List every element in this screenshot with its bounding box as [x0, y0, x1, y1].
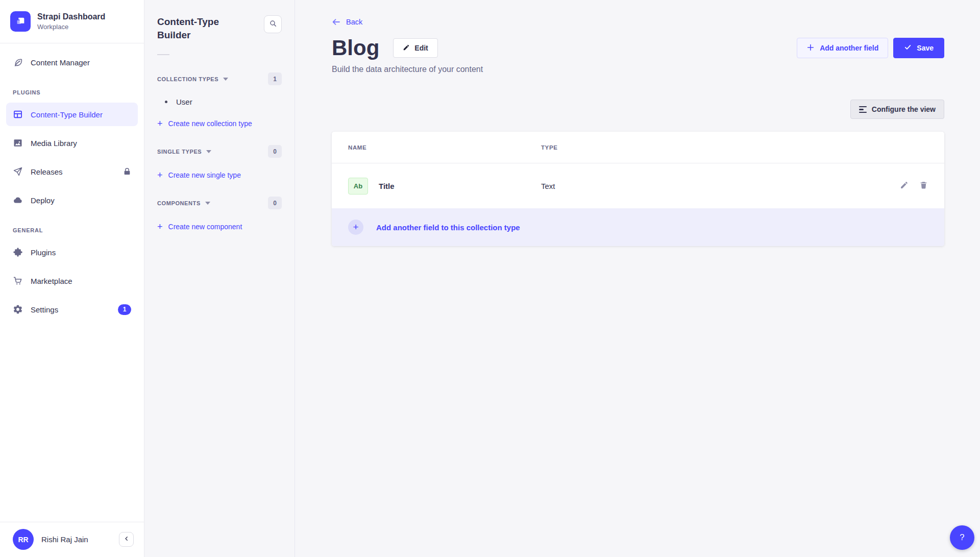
collection-type-item-user[interactable]: User [157, 98, 282, 106]
plus-icon: + [157, 172, 163, 179]
edit-button[interactable]: Edit [393, 38, 437, 58]
brand-subtitle: Workplace [37, 23, 105, 31]
pencil-icon [900, 181, 909, 191]
table-header-type: TYPE [541, 144, 557, 151]
add-another-field-button[interactable]: Add another field [797, 38, 888, 58]
section-components[interactable]: COMPONENTS 0 [157, 197, 282, 209]
brand-text: Strapi Dashboard Workplace [37, 12, 105, 31]
save-button[interactable]: Save [893, 38, 944, 58]
table-header-name: NAME [348, 144, 541, 151]
paper-plane-icon [13, 166, 23, 177]
sidebar-item-label: Content Manager [31, 58, 90, 67]
collapse-sidebar-button[interactable] [119, 532, 134, 547]
add-field-label: Add another field [820, 44, 878, 52]
sidebar-item-deploy[interactable]: Deploy [6, 188, 138, 212]
content-type-builder-panel: Content-Type Builder COLLECTION TYPES 1 … [144, 0, 295, 557]
table-row[interactable]: Ab Title Text [332, 163, 944, 208]
edit-label: Edit [414, 44, 428, 52]
pencil-icon [403, 44, 410, 53]
sidebar-item-label: Settings [31, 305, 58, 314]
search-button[interactable] [264, 15, 282, 33]
lock-icon [123, 167, 131, 176]
bullet-icon [165, 101, 167, 103]
sidebar-user-area: RR Rishi Raj Jain [0, 522, 144, 557]
back-label: Back [346, 18, 362, 26]
sidebar-section-general: GENERAL [13, 227, 131, 233]
app-root: Strapi Dashboard Workplace Content Manag… [0, 0, 980, 557]
settings-notification-badge: 1 [118, 304, 131, 315]
layout-grid-icon [13, 109, 23, 119]
sidebar-item-label: Media Library [31, 139, 77, 148]
search-icon [269, 19, 277, 29]
sidebar-item-label: Releases [31, 167, 63, 176]
save-label: Save [917, 44, 934, 52]
configure-view-button[interactable]: Configure the view [850, 100, 944, 119]
panel-header: Content-Type Builder [157, 15, 282, 42]
panel-title: Content-Type Builder [157, 15, 236, 42]
feather-icon [13, 57, 23, 67]
section-single-types[interactable]: SINGLE TYPES 0 [157, 145, 282, 158]
main-sidebar: Strapi Dashboard Workplace Content Manag… [0, 0, 144, 557]
page-header: Blog Edit Add another field [332, 35, 944, 61]
main-content: Back Blog Edit Add [295, 0, 980, 557]
section-count-badge: 0 [268, 145, 282, 158]
gear-icon [13, 304, 23, 314]
chevron-left-icon [124, 536, 130, 543]
sidebar-item-content-manager[interactable]: Content Manager [6, 51, 138, 74]
brand: Strapi Dashboard Workplace [0, 0, 144, 43]
arrow-left-icon [332, 17, 341, 27]
create-single-type-link[interactable]: + Create new single type [157, 171, 282, 179]
create-link-label: Create new collection type [168, 119, 252, 128]
plus-circle-icon: + [348, 220, 363, 235]
check-icon [904, 43, 912, 53]
delete-field-button[interactable] [919, 181, 928, 191]
cart-icon [13, 276, 23, 286]
section-label: SINGLE TYPES [157, 149, 202, 155]
caret-down-icon [223, 78, 228, 81]
sidebar-item-releases[interactable]: Releases [6, 160, 138, 183]
caret-down-icon [205, 202, 210, 205]
image-icon [13, 138, 23, 148]
strapi-logo-icon [10, 11, 31, 32]
sidebar-item-content-type-builder[interactable]: Content-Type Builder [6, 103, 138, 126]
user-name: Rishi Raj Jain [41, 535, 88, 544]
sidebar-item-plugins[interactable]: Plugins [6, 240, 138, 264]
create-collection-type-link[interactable]: + Create new collection type [157, 119, 282, 128]
configure-label: Configure the view [872, 105, 936, 113]
text-field-type-badge: Ab [348, 178, 368, 195]
panel-divider [157, 54, 169, 55]
section-count-badge: 0 [268, 197, 282, 209]
fields-table-card: NAME TYPE Ab Title Text [332, 132, 944, 246]
add-field-to-collection-row[interactable]: + Add another field to this collection t… [332, 208, 944, 246]
help-button[interactable]: ? [950, 525, 974, 550]
create-component-link[interactable]: + Create new component [157, 223, 282, 231]
sidebar-item-media-library[interactable]: Media Library [6, 131, 138, 155]
plus-icon: + [157, 223, 163, 230]
sidebar-item-settings[interactable]: Settings 1 [6, 298, 138, 321]
sidebar-nav: Content Manager PLUGINS Content-Type Bui… [0, 43, 144, 522]
sidebar-item-label: Plugins [31, 248, 56, 257]
collection-type-label: User [176, 98, 192, 106]
row-actions [900, 181, 928, 191]
edit-field-button[interactable] [900, 181, 909, 191]
brand-title: Strapi Dashboard [37, 12, 105, 22]
section-label: COMPONENTS [157, 200, 201, 206]
header-actions: Add another field Save [797, 38, 944, 58]
sidebar-item-marketplace[interactable]: Marketplace [6, 269, 138, 293]
create-link-label: Create new component [168, 223, 242, 231]
sidebar-item-label: Marketplace [31, 277, 72, 285]
add-field-row-label: Add another field to this collection typ… [376, 223, 520, 232]
table-header-row: NAME TYPE [332, 132, 944, 163]
field-name: Title [379, 182, 395, 190]
back-link[interactable]: Back [332, 17, 362, 27]
layout-bars-icon [859, 106, 867, 113]
puzzle-icon [13, 247, 23, 257]
section-collection-types[interactable]: COLLECTION TYPES 1 [157, 72, 282, 85]
sidebar-item-label: Content-Type Builder [31, 110, 103, 119]
create-link-label: Create new single type [168, 171, 241, 179]
cloud-icon [13, 195, 23, 205]
plus-icon: + [157, 120, 163, 127]
page-subtitle: Build the data architecture of your cont… [332, 65, 944, 74]
user-avatar: RR [13, 529, 34, 550]
sidebar-section-plugins: PLUGINS [13, 89, 131, 95]
